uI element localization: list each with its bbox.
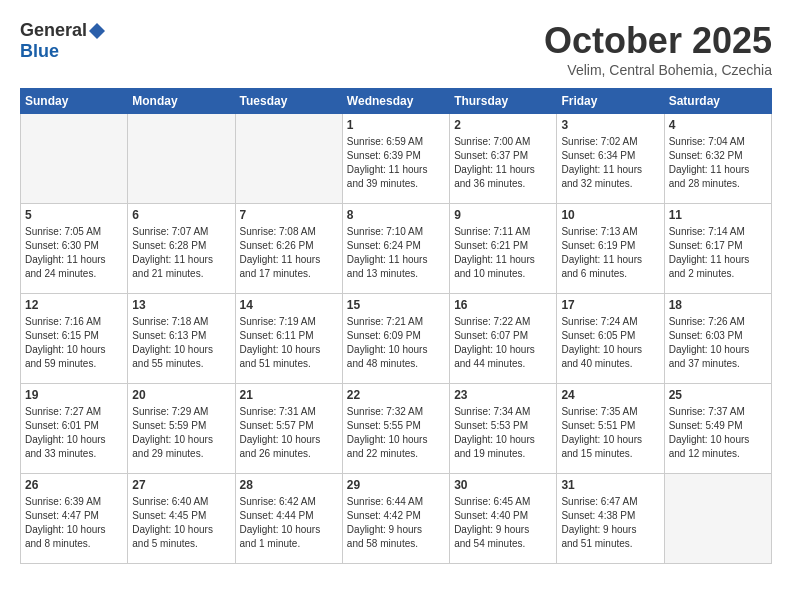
calendar-cell: 14Sunrise: 7:19 AM Sunset: 6:11 PM Dayli… bbox=[235, 294, 342, 384]
weekday-header-thursday: Thursday bbox=[450, 89, 557, 114]
day-number: 8 bbox=[347, 208, 445, 222]
day-info: Sunrise: 7:29 AM Sunset: 5:59 PM Dayligh… bbox=[132, 405, 230, 461]
day-info: Sunrise: 6:45 AM Sunset: 4:40 PM Dayligh… bbox=[454, 495, 552, 551]
day-number: 6 bbox=[132, 208, 230, 222]
calendar-cell: 26Sunrise: 6:39 AM Sunset: 4:47 PM Dayli… bbox=[21, 474, 128, 564]
calendar-cell: 22Sunrise: 7:32 AM Sunset: 5:55 PM Dayli… bbox=[342, 384, 449, 474]
calendar-cell: 18Sunrise: 7:26 AM Sunset: 6:03 PM Dayli… bbox=[664, 294, 771, 384]
calendar-cell bbox=[21, 114, 128, 204]
title-area: October 2025 Velim, Central Bohemia, Cze… bbox=[544, 20, 772, 78]
weekday-header-monday: Monday bbox=[128, 89, 235, 114]
day-info: Sunrise: 6:47 AM Sunset: 4:38 PM Dayligh… bbox=[561, 495, 659, 551]
day-number: 16 bbox=[454, 298, 552, 312]
weekday-header-tuesday: Tuesday bbox=[235, 89, 342, 114]
day-number: 4 bbox=[669, 118, 767, 132]
day-number: 21 bbox=[240, 388, 338, 402]
day-number: 2 bbox=[454, 118, 552, 132]
weekday-header-friday: Friday bbox=[557, 89, 664, 114]
day-number: 12 bbox=[25, 298, 123, 312]
calendar-cell: 20Sunrise: 7:29 AM Sunset: 5:59 PM Dayli… bbox=[128, 384, 235, 474]
calendar-cell: 19Sunrise: 7:27 AM Sunset: 6:01 PM Dayli… bbox=[21, 384, 128, 474]
logo-general-text: General bbox=[20, 20, 87, 41]
day-info: Sunrise: 6:59 AM Sunset: 6:39 PM Dayligh… bbox=[347, 135, 445, 191]
day-info: Sunrise: 7:34 AM Sunset: 5:53 PM Dayligh… bbox=[454, 405, 552, 461]
calendar-cell: 29Sunrise: 6:44 AM Sunset: 4:42 PM Dayli… bbox=[342, 474, 449, 564]
day-info: Sunrise: 7:24 AM Sunset: 6:05 PM Dayligh… bbox=[561, 315, 659, 371]
day-info: Sunrise: 7:32 AM Sunset: 5:55 PM Dayligh… bbox=[347, 405, 445, 461]
calendar-cell: 9Sunrise: 7:11 AM Sunset: 6:21 PM Daylig… bbox=[450, 204, 557, 294]
day-info: Sunrise: 7:02 AM Sunset: 6:34 PM Dayligh… bbox=[561, 135, 659, 191]
day-info: Sunrise: 7:19 AM Sunset: 6:11 PM Dayligh… bbox=[240, 315, 338, 371]
day-info: Sunrise: 6:42 AM Sunset: 4:44 PM Dayligh… bbox=[240, 495, 338, 551]
day-number: 1 bbox=[347, 118, 445, 132]
weekday-header-wednesday: Wednesday bbox=[342, 89, 449, 114]
logo: General Blue bbox=[20, 20, 105, 62]
calendar-cell: 11Sunrise: 7:14 AM Sunset: 6:17 PM Dayli… bbox=[664, 204, 771, 294]
day-info: Sunrise: 7:11 AM Sunset: 6:21 PM Dayligh… bbox=[454, 225, 552, 281]
day-info: Sunrise: 7:21 AM Sunset: 6:09 PM Dayligh… bbox=[347, 315, 445, 371]
day-number: 11 bbox=[669, 208, 767, 222]
day-number: 19 bbox=[25, 388, 123, 402]
calendar-cell bbox=[235, 114, 342, 204]
day-number: 13 bbox=[132, 298, 230, 312]
day-number: 25 bbox=[669, 388, 767, 402]
day-number: 28 bbox=[240, 478, 338, 492]
calendar-cell: 1Sunrise: 6:59 AM Sunset: 6:39 PM Daylig… bbox=[342, 114, 449, 204]
day-number: 14 bbox=[240, 298, 338, 312]
calendar-cell: 28Sunrise: 6:42 AM Sunset: 4:44 PM Dayli… bbox=[235, 474, 342, 564]
calendar-cell: 27Sunrise: 6:40 AM Sunset: 4:45 PM Dayli… bbox=[128, 474, 235, 564]
day-info: Sunrise: 6:40 AM Sunset: 4:45 PM Dayligh… bbox=[132, 495, 230, 551]
day-info: Sunrise: 7:14 AM Sunset: 6:17 PM Dayligh… bbox=[669, 225, 767, 281]
day-info: Sunrise: 7:35 AM Sunset: 5:51 PM Dayligh… bbox=[561, 405, 659, 461]
day-info: Sunrise: 7:07 AM Sunset: 6:28 PM Dayligh… bbox=[132, 225, 230, 281]
day-info: Sunrise: 7:22 AM Sunset: 6:07 PM Dayligh… bbox=[454, 315, 552, 371]
day-number: 29 bbox=[347, 478, 445, 492]
week-row-4: 26Sunrise: 6:39 AM Sunset: 4:47 PM Dayli… bbox=[21, 474, 772, 564]
day-info: Sunrise: 7:08 AM Sunset: 6:26 PM Dayligh… bbox=[240, 225, 338, 281]
calendar-cell: 5Sunrise: 7:05 AM Sunset: 6:30 PM Daylig… bbox=[21, 204, 128, 294]
day-info: Sunrise: 7:13 AM Sunset: 6:19 PM Dayligh… bbox=[561, 225, 659, 281]
calendar-cell: 8Sunrise: 7:10 AM Sunset: 6:24 PM Daylig… bbox=[342, 204, 449, 294]
week-row-3: 19Sunrise: 7:27 AM Sunset: 6:01 PM Dayli… bbox=[21, 384, 772, 474]
calendar-cell: 16Sunrise: 7:22 AM Sunset: 6:07 PM Dayli… bbox=[450, 294, 557, 384]
day-number: 20 bbox=[132, 388, 230, 402]
logo-icon bbox=[89, 23, 105, 39]
day-info: Sunrise: 7:37 AM Sunset: 5:49 PM Dayligh… bbox=[669, 405, 767, 461]
day-info: Sunrise: 6:44 AM Sunset: 4:42 PM Dayligh… bbox=[347, 495, 445, 551]
calendar-cell: 3Sunrise: 7:02 AM Sunset: 6:34 PM Daylig… bbox=[557, 114, 664, 204]
calendar-cell: 31Sunrise: 6:47 AM Sunset: 4:38 PM Dayli… bbox=[557, 474, 664, 564]
month-title: October 2025 bbox=[544, 20, 772, 62]
day-number: 31 bbox=[561, 478, 659, 492]
day-number: 5 bbox=[25, 208, 123, 222]
day-info: Sunrise: 7:00 AM Sunset: 6:37 PM Dayligh… bbox=[454, 135, 552, 191]
day-number: 18 bbox=[669, 298, 767, 312]
day-number: 17 bbox=[561, 298, 659, 312]
day-number: 7 bbox=[240, 208, 338, 222]
calendar-cell: 2Sunrise: 7:00 AM Sunset: 6:37 PM Daylig… bbox=[450, 114, 557, 204]
day-number: 30 bbox=[454, 478, 552, 492]
calendar-cell: 13Sunrise: 7:18 AM Sunset: 6:13 PM Dayli… bbox=[128, 294, 235, 384]
calendar-cell bbox=[128, 114, 235, 204]
day-info: Sunrise: 7:05 AM Sunset: 6:30 PM Dayligh… bbox=[25, 225, 123, 281]
day-info: Sunrise: 6:39 AM Sunset: 4:47 PM Dayligh… bbox=[25, 495, 123, 551]
header: General Blue October 2025 Velim, Central… bbox=[20, 20, 772, 78]
calendar-cell: 17Sunrise: 7:24 AM Sunset: 6:05 PM Dayli… bbox=[557, 294, 664, 384]
day-info: Sunrise: 7:04 AM Sunset: 6:32 PM Dayligh… bbox=[669, 135, 767, 191]
day-number: 9 bbox=[454, 208, 552, 222]
day-number: 22 bbox=[347, 388, 445, 402]
week-row-2: 12Sunrise: 7:16 AM Sunset: 6:15 PM Dayli… bbox=[21, 294, 772, 384]
day-number: 10 bbox=[561, 208, 659, 222]
calendar-cell bbox=[664, 474, 771, 564]
day-info: Sunrise: 7:27 AM Sunset: 6:01 PM Dayligh… bbox=[25, 405, 123, 461]
calendar-cell: 4Sunrise: 7:04 AM Sunset: 6:32 PM Daylig… bbox=[664, 114, 771, 204]
week-row-1: 5Sunrise: 7:05 AM Sunset: 6:30 PM Daylig… bbox=[21, 204, 772, 294]
location: Velim, Central Bohemia, Czechia bbox=[544, 62, 772, 78]
calendar-cell: 23Sunrise: 7:34 AM Sunset: 5:53 PM Dayli… bbox=[450, 384, 557, 474]
calendar-cell: 15Sunrise: 7:21 AM Sunset: 6:09 PM Dayli… bbox=[342, 294, 449, 384]
calendar: SundayMondayTuesdayWednesdayThursdayFrid… bbox=[20, 88, 772, 564]
day-number: 24 bbox=[561, 388, 659, 402]
day-info: Sunrise: 7:26 AM Sunset: 6:03 PM Dayligh… bbox=[669, 315, 767, 371]
day-info: Sunrise: 7:31 AM Sunset: 5:57 PM Dayligh… bbox=[240, 405, 338, 461]
day-number: 23 bbox=[454, 388, 552, 402]
calendar-cell: 12Sunrise: 7:16 AM Sunset: 6:15 PM Dayli… bbox=[21, 294, 128, 384]
